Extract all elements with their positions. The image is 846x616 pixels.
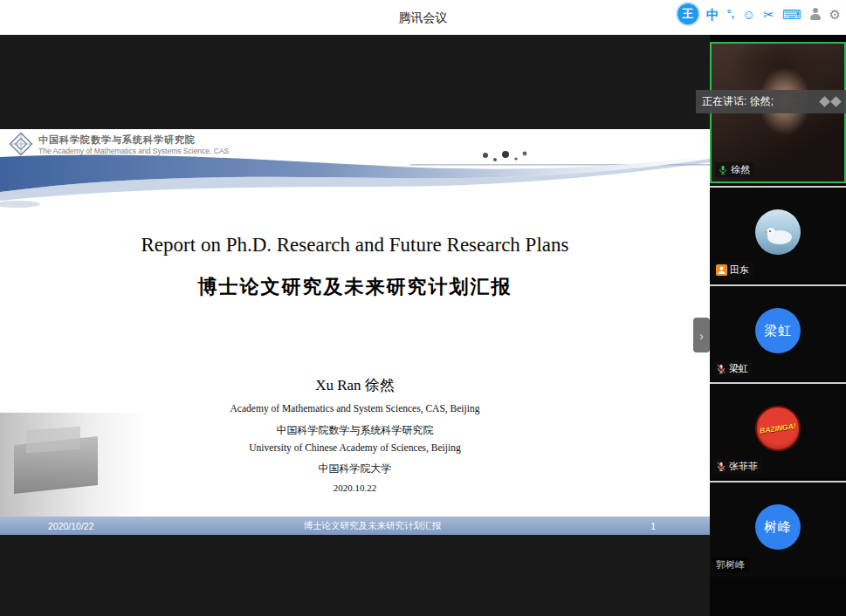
- slide-header: 中国科学院数学与系统科学研究院 The Academy of Mathemati…: [9, 132, 229, 156]
- amss-logo-icon: [9, 132, 33, 156]
- toolbox-icon[interactable]: ⚙: [829, 8, 841, 21]
- bird-photo-icon: [755, 209, 801, 255]
- participant-name-tag: 徐然: [715, 162, 754, 177]
- participant-tile-lianghong[interactable]: 梁虹 梁虹: [710, 284, 846, 380]
- participant-name-tag: 郭树峰: [713, 558, 749, 572]
- collapse-panel-button[interactable]: ›: [693, 318, 710, 352]
- participant-name: 徐然: [731, 163, 750, 176]
- avatar-initials: 树峰: [755, 504, 801, 550]
- blue-swoosh-decoration: [0, 148, 710, 218]
- participant-name-tag: 田东: [713, 263, 753, 277]
- slide-author: Xu Ran 徐然: [0, 375, 710, 395]
- punctuation-icon[interactable]: °,: [727, 9, 734, 19]
- participant-tile-zhangfeifei[interactable]: BAZINGA! 张菲菲: [710, 382, 846, 478]
- slide-footer-bar: 2020/10/22 博士论文研究及未来研究计划汇报 1: [0, 517, 710, 535]
- input-method-tray: 王 中 °, ☺ ✂ ⌨ ⚙: [677, 0, 841, 28]
- scissors-icon[interactable]: ✂: [763, 8, 774, 21]
- layout-diamond-icon[interactable]: [819, 96, 830, 107]
- participants-panel: 徐然 田东: [710, 35, 846, 616]
- avatar-initials: 梁虹: [755, 308, 801, 353]
- participant-name: 张菲菲: [729, 460, 758, 473]
- screen-share-stage: 中国科学院数学与系统科学研究院 The Academy of Mathemati…: [0, 35, 710, 616]
- participant-tile-guoshufeng[interactable]: 树峰 郭树峰: [710, 481, 846, 577]
- participant-name: 田东: [730, 264, 749, 277]
- keyboard-icon[interactable]: ⌨: [782, 8, 801, 21]
- participant-name-tag: 梁虹: [713, 361, 753, 376]
- participant-name-tag: 张菲菲: [713, 459, 762, 474]
- window-titlebar: 腾讯会议 王 中 °, ☺ ✂ ⌨ ⚙: [0, 0, 846, 35]
- avatar-photo: [755, 209, 801, 255]
- mic-muted-icon: [716, 363, 726, 374]
- footer-date: 2020/10/22: [48, 521, 94, 531]
- mic-muted-icon: [716, 461, 726, 472]
- avatar-text: BAZINGA!: [760, 421, 797, 435]
- participant-name: 梁虹: [729, 362, 748, 375]
- person-badge-icon: [716, 264, 727, 276]
- org-name-block: 中国科学院数学与系统科学研究院 The Academy of Mathemati…: [38, 133, 229, 155]
- footer-title: 博士论文研究及未来研究计划汇报: [94, 520, 651, 532]
- now-speaking-text: 正在讲话: 徐然;: [702, 94, 774, 109]
- chinese-mode-icon[interactable]: 中: [706, 8, 719, 21]
- mic-on-icon: [718, 164, 728, 175]
- org-name-en: The Academy of Mathematics and Systems S…: [38, 147, 229, 155]
- participant-tile-tiandong[interactable]: 田东: [710, 186, 846, 282]
- presentation-slide: 中国科学院数学与系统科学研究院 The Academy of Mathemati…: [0, 129, 710, 535]
- person-tray-icon[interactable]: [809, 8, 822, 21]
- meeting-window: 腾讯会议 王 中 °, ☺ ✂ ⌨ ⚙ 中国科学院数学与系统科学研究院 T: [0, 0, 846, 616]
- banner-icons: [821, 98, 840, 106]
- building-photo: [0, 413, 147, 517]
- layout-diamond-icon[interactable]: [830, 96, 842, 107]
- emoji-icon[interactable]: ☺: [742, 8, 755, 21]
- slide-title-cn: 博士论文研究及未来研究计划汇报: [0, 274, 710, 300]
- org-name-cn: 中国科学院数学与系统科学研究院: [38, 133, 229, 147]
- avatar-bazinga: BAZINGA!: [755, 406, 801, 451]
- slide-title-en: Report on Ph.D. Research and Future Rese…: [0, 234, 710, 257]
- footer-page-number: 1: [650, 521, 656, 531]
- participant-name: 郭树峰: [716, 558, 745, 572]
- now-speaking-banner[interactable]: 正在讲话: 徐然;: [696, 90, 846, 113]
- sogou-logo-icon[interactable]: 王: [677, 3, 698, 24]
